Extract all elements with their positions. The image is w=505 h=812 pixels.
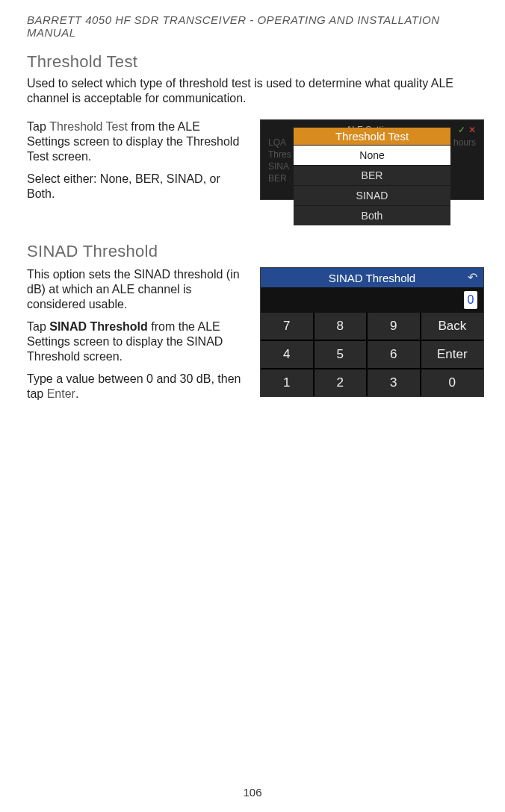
page-number: 106 bbox=[0, 786, 505, 799]
key-1[interactable]: 1 bbox=[261, 369, 313, 396]
popup-option-none[interactable]: None bbox=[294, 145, 450, 165]
bg-left-label: LQA bbox=[268, 137, 286, 148]
sinad-threshold-label: SINAD Threshold bbox=[49, 320, 148, 333]
close-icon[interactable]: ✕ bbox=[468, 125, 476, 135]
sinad-header: SINAD Threshold ↶ bbox=[261, 268, 483, 287]
text-fragment: . bbox=[75, 387, 78, 400]
key-7[interactable]: 7 bbox=[261, 313, 313, 340]
threshold-test-screenshot: ALE Settings ✓ ✕ LQA hours Thres SINA BE… bbox=[260, 119, 484, 200]
sinad-threshold-p2: Tap SINAD Threshold from the ALE Setting… bbox=[27, 319, 247, 364]
key-6[interactable]: 6 bbox=[368, 341, 420, 368]
section-title-sinad-threshold: SINAD Threshold bbox=[27, 242, 484, 261]
bg-right-label: hours bbox=[453, 137, 476, 148]
threshold-test-intro: Used to select which type of threshold t… bbox=[27, 76, 484, 106]
key-5[interactable]: 5 bbox=[315, 341, 367, 368]
document-header: BARRETT 4050 HF SDR TRANSCEIVER - OPERAT… bbox=[27, 13, 484, 39]
popup-header: Threshold Test bbox=[294, 128, 450, 145]
sinad-threshold-p1: This option sets the SINAD threshold (in… bbox=[27, 267, 247, 312]
sinad-display: 0 bbox=[261, 287, 483, 313]
keypad: 7 8 9 Back 4 5 6 Enter 1 2 3 0 bbox=[261, 313, 483, 396]
threshold-test-label: Threshold Test bbox=[49, 120, 128, 133]
key-2[interactable]: 2 bbox=[315, 369, 367, 396]
bg-left-label: BER bbox=[268, 173, 287, 184]
text-fragment: Tap bbox=[27, 320, 49, 333]
threshold-test-popup: Threshold Test None BER SINAD Both bbox=[294, 128, 450, 225]
key-3[interactable]: 3 bbox=[368, 369, 420, 396]
threshold-test-instruction-2: Select either: None, BER, SINAD, or Both… bbox=[27, 172, 247, 202]
key-9[interactable]: 9 bbox=[368, 313, 420, 340]
key-0[interactable]: 0 bbox=[421, 369, 483, 396]
key-4[interactable]: 4 bbox=[261, 341, 313, 368]
enter-label: Enter bbox=[47, 387, 75, 400]
back-arrow-icon[interactable]: ↶ bbox=[468, 270, 477, 284]
sinad-threshold-p3: Type a value between 0 and 30 dB, then t… bbox=[27, 372, 247, 402]
sinad-header-title: SINAD Threshold bbox=[261, 272, 483, 284]
text-fragment: Tap bbox=[27, 120, 49, 133]
popup-option-both[interactable]: Both bbox=[294, 205, 450, 225]
popup-option-sinad[interactable]: SINAD bbox=[294, 185, 450, 205]
sinad-threshold-screenshot: SINAD Threshold ↶ 0 7 8 9 Back 4 5 6 Ent… bbox=[260, 267, 484, 397]
bg-left-label: SINA bbox=[268, 161, 289, 172]
bg-left-label: Thres bbox=[268, 149, 291, 160]
section-title-threshold-test: Threshold Test bbox=[27, 52, 484, 72]
key-8[interactable]: 8 bbox=[315, 313, 367, 340]
confirm-icon[interactable]: ✓ bbox=[458, 125, 465, 135]
sinad-display-value: 0 bbox=[464, 291, 477, 309]
threshold-test-instruction-1: Tap Threshold Test from the ALE Settings… bbox=[27, 119, 247, 164]
key-back[interactable]: Back bbox=[421, 313, 483, 340]
popup-option-ber[interactable]: BER bbox=[294, 165, 450, 185]
key-enter[interactable]: Enter bbox=[421, 341, 483, 368]
